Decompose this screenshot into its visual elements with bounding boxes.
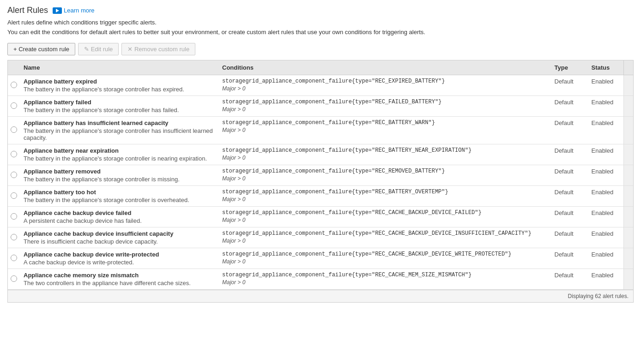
scroll-spacer: [624, 144, 634, 165]
status-cell: Enabled: [587, 144, 624, 165]
scroll-spacer: [624, 248, 634, 269]
rule-name: Appliance battery expired: [24, 78, 213, 85]
page-title: Alert Rules: [7, 6, 48, 15]
type-cell: Default: [550, 96, 587, 117]
edit-rule-button[interactable]: ✎ Edit rule: [78, 43, 119, 55]
table-row[interactable]: Appliance battery near expiration The ba…: [8, 144, 633, 165]
table-row[interactable]: Appliance cache backup device insufficie…: [8, 227, 633, 248]
radio-cell: [8, 96, 19, 117]
row-radio-6[interactable]: [11, 213, 17, 220]
condition-cell: storagegrid_appliance_component_failure{…: [218, 248, 550, 269]
row-radio-2[interactable]: [11, 126, 17, 133]
condition-severity: Major > 0: [222, 106, 545, 113]
rule-name: Appliance cache memory size mismatch: [24, 272, 213, 279]
table-row[interactable]: Appliance battery failed The battery in …: [8, 96, 633, 117]
radio-cell: [8, 186, 19, 207]
condition-code: storagegrid_appliance_component_failure{…: [222, 99, 545, 105]
row-radio-5[interactable]: [11, 192, 17, 199]
rule-name-cell: Appliance cache backup device write-prot…: [19, 248, 218, 269]
rule-name-cell: Appliance battery too hot The battery in…: [19, 186, 218, 207]
footer-bar: Displaying 62 alert rules.: [8, 290, 633, 302]
rule-name: Appliance cache backup device insufficie…: [24, 230, 213, 237]
condition-severity: Major > 0: [222, 258, 545, 265]
table-row[interactable]: Appliance cache backup device failed A p…: [8, 207, 633, 227]
table-row[interactable]: Appliance battery removed The battery in…: [8, 165, 633, 186]
col-header-name: Name: [19, 60, 218, 75]
rule-name-cell: Appliance battery removed The battery in…: [19, 165, 218, 186]
radio-cell: [8, 207, 19, 227]
scroll-spacer: [624, 186, 634, 207]
row-radio-7[interactable]: [11, 234, 17, 240]
status-cell: Enabled: [587, 165, 624, 186]
scroll-spacer: [624, 207, 634, 227]
page-header: Alert Rules Learn more: [7, 6, 634, 15]
row-radio-8[interactable]: [11, 255, 17, 261]
radio-cell: [8, 165, 19, 186]
row-radio-4[interactable]: [11, 172, 17, 178]
condition-cell: storagegrid_appliance_component_failure{…: [218, 207, 550, 227]
condition-severity: Major > 0: [222, 217, 545, 223]
status-cell: Enabled: [587, 96, 624, 117]
condition-code: storagegrid_appliance_component_failure{…: [222, 189, 545, 195]
table-row[interactable]: Appliance battery has insufficient learn…: [8, 117, 633, 144]
condition-cell: storagegrid_appliance_component_failure{…: [218, 186, 550, 207]
row-radio-1[interactable]: [11, 102, 17, 109]
table-row[interactable]: Appliance battery expired The battery in…: [8, 75, 633, 96]
rule-name: Appliance battery removed: [24, 168, 213, 175]
alert-rules-table: Name Conditions Type Status Appliance ba…: [8, 60, 633, 290]
scroll-spacer: [624, 117, 634, 144]
row-radio-3[interactable]: [11, 151, 17, 157]
table-row[interactable]: Appliance cache memory size mismatch The…: [8, 269, 633, 290]
rule-description: The battery in the appliance's storage c…: [24, 197, 213, 203]
status-cell: Enabled: [587, 227, 624, 248]
radio-cell: [8, 227, 19, 248]
condition-cell: storagegrid_appliance_component_failure{…: [218, 165, 550, 186]
type-cell: Default: [550, 227, 587, 248]
row-radio-9[interactable]: [11, 275, 17, 282]
rule-description: A persistent cache backup device has fai…: [24, 217, 213, 224]
radio-cell: [8, 117, 19, 144]
radio-cell: [8, 144, 19, 165]
create-custom-rule-button[interactable]: + Create custom rule: [7, 43, 75, 55]
table-row[interactable]: Appliance cache backup device write-prot…: [8, 248, 633, 269]
learn-more-label: Learn more: [64, 7, 94, 14]
condition-code: storagegrid_appliance_component_failure{…: [222, 209, 545, 216]
status-cell: Enabled: [587, 269, 624, 290]
condition-cell: storagegrid_appliance_component_failure{…: [218, 227, 550, 248]
status-cell: Enabled: [587, 207, 624, 227]
rule-name: Appliance battery near expiration: [24, 147, 213, 154]
remove-custom-rule-button[interactable]: ✕ Remove custom rule: [121, 43, 195, 55]
condition-code: storagegrid_appliance_component_failure{…: [222, 230, 545, 237]
condition-code: storagegrid_appliance_component_failure{…: [222, 251, 545, 257]
rule-name: Appliance battery failed: [24, 99, 213, 106]
rule-description: The battery in the appliance's storage c…: [24, 127, 213, 141]
row-radio-0[interactable]: [11, 82, 17, 88]
condition-code: storagegrid_appliance_component_failure{…: [222, 119, 545, 126]
rule-name: Appliance battery has insufficient learn…: [24, 119, 213, 126]
learn-more-link[interactable]: Learn more: [53, 7, 94, 14]
condition-severity: Major > 0: [222, 279, 545, 286]
scroll-spacer: [624, 227, 634, 248]
condition-cell: storagegrid_appliance_component_failure{…: [218, 144, 550, 165]
rule-description: The battery in the appliance's storage c…: [24, 176, 213, 183]
video-icon: [53, 7, 62, 14]
col-header-type: Type: [550, 60, 587, 75]
condition-cell: storagegrid_appliance_component_failure{…: [218, 96, 550, 117]
description2: You can edit the conditions for default …: [7, 29, 634, 36]
rule-description: There is insufficient cache backup devic…: [24, 238, 213, 245]
condition-cell: storagegrid_appliance_component_failure{…: [218, 117, 550, 144]
table-row[interactable]: Appliance battery too hot The battery in…: [8, 186, 633, 207]
rule-name-cell: Appliance cache backup device failed A p…: [19, 207, 218, 227]
status-cell: Enabled: [587, 117, 624, 144]
rule-name-cell: Appliance cache memory size mismatch The…: [19, 269, 218, 290]
rule-name: Appliance cache backup device write-prot…: [24, 251, 213, 258]
description1: Alert rules define which conditions trig…: [7, 19, 634, 26]
condition-severity: Major > 0: [222, 238, 545, 244]
radio-cell: [8, 248, 19, 269]
type-cell: Default: [550, 75, 587, 96]
rule-name: Appliance battery too hot: [24, 189, 213, 196]
type-cell: Default: [550, 207, 587, 227]
rule-name-cell: Appliance cache backup device insufficie…: [19, 227, 218, 248]
scroll-spacer: [624, 75, 634, 96]
condition-cell: storagegrid_appliance_component_failure{…: [218, 75, 550, 96]
